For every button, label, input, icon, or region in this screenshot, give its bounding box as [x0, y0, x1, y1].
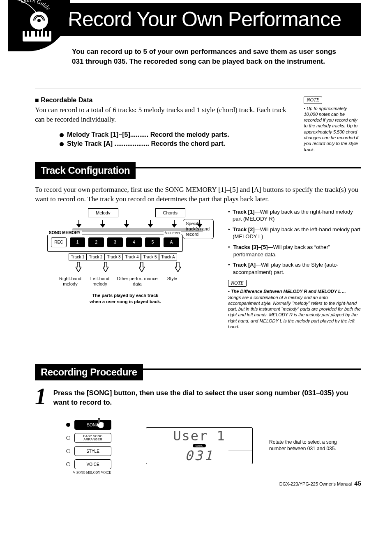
lcd-song-tag: SONG [193, 444, 205, 447]
song-melody-voice-label: ✎ SONG MELODY VOICE [73, 471, 129, 474]
svg-rect-9 [47, 31, 49, 37]
clear-label: ✎CLEAR [164, 231, 181, 235]
specify-note: Specify track(s) and record [183, 219, 214, 240]
song-memory-panel: SONG MEMORY ✎CLEAR REC 1 2 3 4 5 A [47, 235, 183, 252]
callout-line [228, 451, 253, 451]
lcd-display: User 1 SONG 031 [146, 427, 253, 464]
track-label: Track 3 [105, 253, 123, 260]
control-panel: SONG EASY SONG ARRANGER STYLE VOICE ✎ SO… [64, 417, 129, 474]
section1-body: To record your own performance, first us… [35, 185, 361, 204]
track-item: Style Track [A] ................... Reco… [60, 139, 294, 148]
part-label: Other perfor- mance data [115, 276, 160, 287]
step-text: Press the [SONG] button, then use the di… [53, 389, 361, 408]
section-title-track-config: Track Configuration [35, 162, 136, 179]
dial-instruction: Rotate the dial to select a song number … [269, 439, 347, 452]
led-off-icon [66, 436, 70, 440]
easy-song-button[interactable]: EASY SONG ARRANGER [74, 433, 111, 443]
arrow-outline-icon [175, 262, 181, 272]
recordable-heading: ■ Recordable Data [35, 97, 294, 104]
svg-rect-5 [29, 31, 31, 37]
track-label: Track 2 [87, 253, 105, 260]
button-3[interactable]: 3 [107, 237, 123, 247]
diagram-caption: The parts played by each track when a us… [35, 292, 216, 304]
button-a[interactable]: A [164, 237, 179, 247]
track-diagram: Melody Chords Specify track(s) and recor… [35, 208, 216, 329]
page-footer: DGX-220/YPG-225 Owner's Manual 45 [279, 480, 361, 487]
arrow-down-icon [199, 220, 200, 227]
button-5[interactable]: 5 [145, 237, 161, 247]
note-box-2: NOTE • The Difference Between MELODY R a… [228, 279, 361, 329]
part-label: Left-hand melody [85, 276, 115, 287]
arrow-outline-icon [139, 262, 145, 272]
arrow-down-icon [78, 220, 79, 227]
led-on-icon [66, 423, 70, 427]
style-button[interactable]: STYLE [74, 446, 111, 456]
hand-pointer-icon [94, 417, 108, 431]
led-off-icon [66, 462, 70, 466]
lcd-line1: User 1 [173, 428, 226, 444]
lcd-line2: 031 [185, 448, 214, 463]
note-label: NOTE [228, 280, 247, 287]
chords-box: Chords [155, 208, 185, 217]
arrow-down-icon [102, 220, 103, 227]
track-item: Melody Track [1]–[5].......... Record th… [60, 130, 294, 139]
note-body: • Up to approximately 10,000 notes can b… [304, 106, 361, 152]
note-label: NOTE [304, 97, 322, 104]
recordable-body: You can record to a total of 6 tracks: 5… [35, 106, 294, 124]
track-descriptions: •Track [1]—Will play back as the right-h… [228, 208, 361, 276]
rec-button[interactable]: REC [51, 237, 67, 247]
track-label: Track 5 [141, 253, 159, 260]
track-label: Track 1 [69, 253, 87, 260]
button-4[interactable]: 4 [126, 237, 142, 247]
button-2[interactable]: 2 [88, 237, 104, 247]
section-title-recording: Recording Procedure [35, 364, 143, 380]
arrow-outline-icon [76, 262, 81, 272]
svg-rect-6 [35, 31, 37, 37]
intro-text: You can record up to 5 of your own perfo… [35, 36, 361, 67]
led-off-icon [66, 449, 70, 453]
note-box: NOTE • Up to approximately 10,000 notes … [304, 97, 361, 152]
arrow-down-icon [150, 220, 151, 227]
part-label: Right-hand melody [55, 276, 85, 287]
part-label: Style [160, 276, 184, 287]
svg-rect-7 [39, 31, 41, 37]
arrow-down-icon [174, 220, 175, 227]
track-label: Track A [159, 253, 177, 260]
track-label: Track 4 [123, 253, 141, 260]
svg-rect-4 [25, 31, 27, 37]
section-divider [142, 368, 361, 370]
quick-guide-badge: Quick Guide [8, 0, 70, 51]
button-1[interactable]: 1 [70, 237, 85, 247]
voice-button[interactable]: VOICE [74, 459, 111, 469]
section-divider [135, 167, 361, 168]
page-title: Record Your Own Performance [35, 3, 361, 36]
arrow-outline-icon [103, 262, 108, 272]
melody-box: Melody [88, 208, 118, 217]
arrow-down-icon [126, 220, 127, 227]
panel-label: SONG MEMORY [47, 230, 82, 235]
svg-rect-8 [43, 31, 45, 37]
svg-point-2 [37, 19, 41, 22]
step-number: 1 [35, 389, 49, 408]
